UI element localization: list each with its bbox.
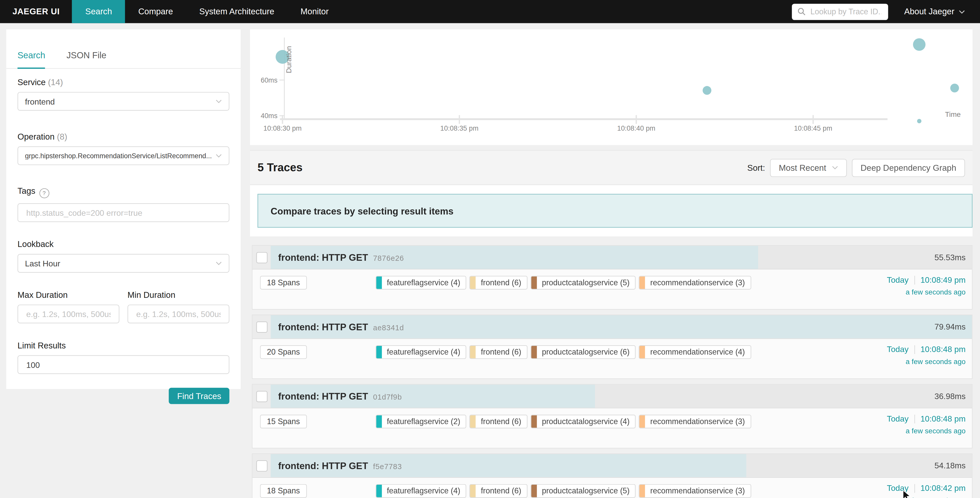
trace-id: 01d7f9b <box>373 393 402 401</box>
trace-checkbox-strip <box>252 385 270 408</box>
y-axis-title: Duration <box>285 46 293 73</box>
min-duration-field <box>127 305 229 323</box>
service-chip: productcatalogservice (4) <box>531 415 636 428</box>
nav-item-monitor[interactable]: Monitor <box>287 0 342 23</box>
service-chip-label: featureflagservice (2) <box>387 417 460 426</box>
sort-label: Sort: <box>747 163 765 172</box>
tags-input[interactable] <box>25 208 222 218</box>
trace-checkbox[interactable] <box>256 391 267 402</box>
service-color-swatch <box>470 346 476 358</box>
trace-card-body: 15 Spansfeatureflagservice (2)frontend (… <box>252 409 972 448</box>
service-color-swatch <box>470 415 476 428</box>
y-tick-label: 40ms <box>261 112 277 120</box>
trace-card-header[interactable]: frontend: HTTP GET01d7f9b36.98ms <box>252 385 972 409</box>
tab-json-file[interactable]: JSON File <box>67 50 106 68</box>
service-chip-label: productcatalogservice (6) <box>542 348 630 356</box>
service-chip-row: featureflagservice (4)frontend (6)produc… <box>375 484 751 498</box>
trace-time[interactable]: 10:08:49 pm <box>921 275 966 284</box>
trace-card-header[interactable]: frontend: HTTP GETae8341d79.94ms <box>252 315 972 339</box>
trace-relative-time: a few seconds ago <box>887 496 966 498</box>
trace-checkbox[interactable] <box>256 321 267 332</box>
lookback-select[interactable]: Last Hour <box>18 254 229 273</box>
trace-date-row: Today10:08:48 pm <box>887 414 966 424</box>
trace-time[interactable]: 10:08:48 pm <box>921 414 966 424</box>
service-color-swatch <box>531 415 537 428</box>
trace-day[interactable]: Today <box>887 275 909 284</box>
service-chip-label: recommendationservice (3) <box>650 278 745 287</box>
span-count-chip: 20 Spans <box>260 345 307 359</box>
trace-scatter-point[interactable] <box>703 86 711 95</box>
service-chip-label: recommendationservice (4) <box>650 348 745 356</box>
trace-day[interactable]: Today <box>887 345 909 354</box>
trace-id-input[interactable] <box>809 6 882 17</box>
service-chip: productcatalogservice (5) <box>531 276 636 290</box>
service-color-swatch <box>470 485 476 497</box>
trace-card-header[interactable]: frontend: HTTP GETf5e778354.18ms <box>252 454 972 478</box>
x-tick-label: 10:08:30 pm <box>263 124 302 132</box>
trace-checkbox[interactable] <box>256 252 267 263</box>
app-logo[interactable]: JAEGER UI <box>0 0 72 23</box>
trace-time[interactable]: 10:08:48 pm <box>921 345 966 354</box>
service-chip-label: frontend (6) <box>481 417 521 426</box>
duration-scatter-panel: 10:08:30 pm10:08:35 pm10:08:40 pm10:08:4… <box>250 29 973 145</box>
service-color-swatch <box>531 346 537 358</box>
question-circle-icon[interactable]: ? <box>39 188 49 198</box>
lookback-label: Lookback <box>18 239 229 249</box>
trace-result-card: frontend: HTTP GET7876e2655.53ms18 Spans… <box>252 245 973 310</box>
duration-scatter-chart[interactable]: 10:08:30 pm10:08:35 pm10:08:40 pm10:08:4… <box>250 29 973 145</box>
trace-scatter-point[interactable] <box>917 119 921 123</box>
cursor-icon <box>903 490 912 498</box>
trace-scatter-point[interactable] <box>913 38 926 51</box>
trace-id-lookup[interactable] <box>792 3 888 20</box>
chevron-down-icon <box>216 154 222 158</box>
trace-date-row: Today10:08:48 pm <box>887 345 966 354</box>
service-select[interactable]: frontend <box>18 92 229 111</box>
sort-select[interactable]: Most Recent <box>770 158 846 177</box>
trace-card-body: 20 Spansfeatureflagservice (4)frontend (… <box>252 339 972 378</box>
scatter-points <box>276 38 959 123</box>
max-duration-label: Max Duration <box>18 290 119 300</box>
trace-time[interactable]: 10:08:42 pm <box>921 484 966 493</box>
max-duration-input[interactable] <box>25 308 112 319</box>
trace-duration: 36.98ms <box>934 391 966 401</box>
trace-day[interactable]: Today <box>887 414 909 424</box>
find-traces-button[interactable]: Find Traces <box>169 388 229 404</box>
x-tick-label: 10:08:45 pm <box>794 124 832 132</box>
date-divider <box>914 345 915 354</box>
trace-relative-time: a few seconds ago <box>887 288 966 296</box>
operation-select[interactable]: grpc.hipstershop.RecommendationService/L… <box>18 146 229 165</box>
limit-results-label: Limit Results <box>18 341 229 350</box>
chevron-down-icon <box>832 166 838 169</box>
jaeger-search-page: JAEGER UI SearchCompareSystem Architectu… <box>0 0 980 498</box>
trace-checkbox-strip <box>252 454 270 477</box>
trace-result-card: frontend: HTTP GETae8341d79.94ms20 Spans… <box>252 315 973 379</box>
service-chip-label: frontend (6) <box>481 487 521 495</box>
nav-item-search[interactable]: Search <box>72 0 125 23</box>
navbar-right: About Jaeger <box>792 0 980 23</box>
trace-scatter-point[interactable] <box>950 84 959 92</box>
service-color-swatch <box>376 485 382 497</box>
min-duration-input[interactable] <box>135 308 222 319</box>
date-divider <box>914 276 915 284</box>
trace-title: frontend: HTTP GET7876e26 <box>278 252 404 263</box>
trace-card-body: 18 Spansfeatureflagservice (4)frontend (… <box>252 478 972 498</box>
service-chip: featureflagservice (4) <box>375 345 466 359</box>
service-chip-label: featureflagservice (4) <box>387 487 460 495</box>
trace-card-body: 18 Spansfeatureflagservice (4)frontend (… <box>252 270 972 309</box>
max-duration-field <box>18 305 119 323</box>
nav-item-system-architecture[interactable]: System Architecture <box>186 0 287 23</box>
min-duration-label: Min Duration <box>127 290 229 300</box>
limit-results-input[interactable] <box>25 359 222 370</box>
service-color-swatch <box>640 276 645 289</box>
service-chip-label: recommendationservice (3) <box>650 417 745 426</box>
tab-search[interactable]: Search <box>18 50 46 68</box>
deep-dependency-graph-button[interactable]: Deep Dependency Graph <box>852 158 965 177</box>
span-count-chip: 18 Spans <box>260 484 307 498</box>
span-count-chip: 15 Spans <box>260 415 307 428</box>
results-column: 10:08:30 pm10:08:35 pm10:08:40 pm10:08:4… <box>250 29 973 498</box>
nav-item-compare[interactable]: Compare <box>125 0 186 23</box>
trace-card-header[interactable]: frontend: HTTP GET7876e2655.53ms <box>252 246 972 270</box>
compare-banner: Compare traces by selecting result items <box>258 194 973 228</box>
trace-checkbox[interactable] <box>256 460 267 471</box>
about-jaeger-menu[interactable]: About Jaeger <box>904 7 965 16</box>
